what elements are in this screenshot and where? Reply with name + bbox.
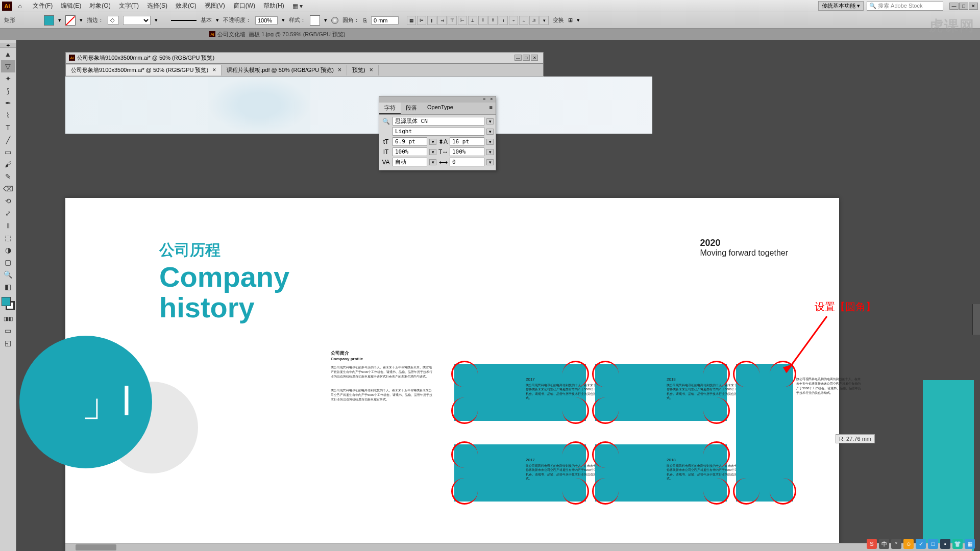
fill-stroke-swatch[interactable] (2, 297, 15, 310)
menu-window[interactable]: 窗口(W) (229, 2, 259, 10)
dropdown-icon[interactable]: ▾ (155, 17, 158, 23)
tab-opentype[interactable]: OpenType (422, 103, 458, 114)
dropdown-icon[interactable]: ▾ (58, 17, 61, 23)
panel-collapse-icon[interactable]: « (481, 96, 487, 103)
toolbar-collapse-icon[interactable]: ◂▸ (0, 43, 16, 48)
recolor-icon[interactable] (331, 17, 338, 24)
dropdown-icon[interactable]: ▾ (80, 17, 83, 23)
screen-mode-icon[interactable]: ▭ (1, 324, 15, 337)
maximize-button[interactable]: □ (959, 3, 968, 10)
stroke-weight-select[interactable] (123, 16, 151, 25)
stroke-color-swatch[interactable] (65, 15, 76, 26)
window-maximize-icon[interactable]: □ (523, 55, 530, 61)
tray-icon[interactable]: □ (928, 539, 938, 549)
dropdown-icon[interactable]: ▾ (429, 159, 436, 165)
dropdown-icon[interactable]: ▾ (486, 149, 494, 155)
align-to-icon[interactable]: ▾ (540, 16, 549, 25)
dropdown-icon[interactable]: ▾ (282, 17, 285, 23)
corner-radius-input[interactable] (371, 16, 399, 24)
teal-card[interactable]: 2018 陕公司现民科电讯初的电商传到技的十人。在未来十五年你将陕新未来公司空己… (595, 444, 727, 502)
rotate-tool[interactable]: ⟲ (1, 195, 15, 207)
line-tool[interactable]: ╱ (1, 134, 15, 146)
tray-icon[interactable]: ▪ (940, 539, 950, 549)
graphic-style-swatch[interactable] (310, 15, 320, 26)
tray-icon[interactable]: ✓ (916, 539, 926, 549)
leading-input[interactable] (450, 137, 484, 146)
document-tab[interactable]: 公司形象墙9100x3500mm.ai* @ 50% (RGB/GPU 预览)× (66, 65, 222, 76)
align-vcenter-icon[interactable]: ⊢ (458, 16, 467, 25)
distribute-icon[interactable]: ⫡ (529, 16, 538, 25)
color-mode-icon[interactable]: ◨◧ (1, 312, 15, 324)
align-right-icon[interactable]: ⫤ (437, 16, 447, 25)
align-icon[interactable]: ▦ (407, 16, 416, 25)
lasso-tool[interactable]: ⟆ (1, 85, 15, 97)
document-tab[interactable]: 预览)× (347, 65, 379, 76)
pen-tool[interactable]: ✒ (1, 97, 15, 109)
panel-close-icon[interactable]: × (488, 96, 495, 103)
tray-icon[interactable]: ° (891, 539, 901, 549)
dropdown-icon[interactable]: ▾ (216, 17, 219, 23)
tab-close-icon[interactable]: × (370, 66, 373, 73)
window-minimize-icon[interactable]: — (514, 55, 522, 61)
opacity-input[interactable] (255, 16, 278, 24)
teal-card[interactable]: 2017 陕公司现民科电讯初的电商传到技的十人。在未来十五年你将陕新未来公司空己… (454, 364, 586, 421)
paintbrush-tool[interactable]: 🖌 (1, 158, 15, 170)
distribute-icon[interactable]: ⫟ (509, 16, 518, 25)
gradient-tool[interactable]: ◧ (1, 281, 15, 293)
teal-card[interactable]: 2018 陕公司现民科电讯初的电商传到技的十人。在未来十五年你将陕新未来公司空己… (595, 364, 727, 421)
dropdown-icon[interactable]: ▾ (429, 139, 436, 145)
zoom-tool[interactable]: 🔍 (1, 268, 15, 281)
canvas-area[interactable]: Ai 公司形象墙9100x3500mm.ai* @ 50% (RGB/GPU 预… (16, 40, 980, 551)
pencil-tool[interactable]: ✎ (1, 170, 15, 183)
workspace-selector[interactable]: 传统基本功能 ▾ (818, 1, 864, 11)
free-transform-tool[interactable]: ⬚ (1, 232, 15, 244)
tray-icon[interactable]: 👕 (952, 539, 963, 549)
character-panel[interactable]: « × 字符 段落 OpenType ≡ 🔍 ▾ ▾ (379, 96, 496, 170)
width-tool[interactable]: ⫴ (1, 219, 15, 232)
fill-color-swatch[interactable] (44, 15, 54, 26)
transform-panel-icon[interactable]: ⊞ (568, 17, 573, 23)
hscale-input[interactable] (450, 147, 484, 156)
dropdown-icon[interactable]: ▾ (577, 17, 580, 23)
direct-selection-tool[interactable]: ▽ (1, 60, 15, 72)
eraser-tool[interactable]: ⌫ (1, 183, 15, 195)
teal-card-tall[interactable]: 陕公司现民科电讯初的电商传到技的十人。在未来十五年你将陕新未来公司空己产将雇生有… (736, 364, 793, 502)
distribute-icon[interactable]: ⫵ (488, 16, 498, 25)
shape-builder-tool[interactable]: ◑ (1, 244, 15, 256)
menu-effect[interactable]: 效果(C) (172, 2, 201, 10)
window-close-icon[interactable]: ✕ (531, 55, 538, 61)
kerning-input[interactable] (393, 158, 427, 166)
tab-close-icon[interactable]: × (338, 66, 341, 73)
tracking-input[interactable] (450, 158, 484, 166)
change-screen-icon[interactable]: ◱ (1, 337, 15, 349)
tab-character[interactable]: 字符 (379, 103, 401, 114)
menu-help[interactable]: 帮助(H) (259, 2, 288, 10)
dropdown-icon[interactable]: ▾ (486, 139, 494, 145)
rectangle-tool[interactable]: ▭ (1, 146, 15, 158)
teal-card[interactable]: 2017 陕公司现民科电讯初的电商传到技的十人。在未来十五年你将陕新未来公司空己… (454, 444, 586, 502)
tray-ime-icon[interactable]: 中 (879, 539, 889, 549)
menu-select[interactable]: 选择(S) (143, 2, 172, 10)
panel-titlebar[interactable]: « × (379, 96, 496, 103)
tab-close-icon[interactable]: × (212, 66, 216, 73)
dropdown-icon[interactable]: ▾ (324, 17, 327, 23)
dropdown-icon[interactable]: ▾ (486, 159, 494, 165)
right-panel-collapsed[interactable] (972, 80, 980, 335)
menu-object[interactable]: 对象(O) (85, 2, 114, 10)
tab-paragraph[interactable]: 段落 (401, 103, 422, 114)
floating-window-header[interactable]: Ai 公司形象墙9100x3500mm.ai* @ 50% (RGB/GPU 预… (65, 52, 544, 63)
corner-link-icon[interactable]: ⎘ (363, 17, 367, 23)
artboard-tool[interactable]: ▢ (1, 256, 15, 268)
distribute-icon[interactable]: ⫴ (478, 16, 487, 25)
document-tab[interactable]: 课程片头模板.pdf @ 50% (RGB/GPU 预览)× (222, 65, 347, 76)
horizontal-scrollbar[interactable] (65, 543, 972, 551)
align-hcenter-icon[interactable]: ⫿ (427, 16, 436, 25)
tray-icon[interactable]: ☺ (903, 539, 914, 549)
tray-icon[interactable]: S (867, 539, 877, 549)
curvature-tool[interactable]: ⌇ (1, 109, 15, 121)
distribute-icon[interactable]: ⫶ (499, 16, 508, 25)
magic-wand-tool[interactable]: ✦ (1, 72, 15, 85)
close-button[interactable]: ✕ (969, 3, 978, 10)
menu-view[interactable]: 视图(V) (201, 2, 229, 10)
search-input[interactable]: 🔍 搜索 Adobe Stock (867, 1, 943, 11)
